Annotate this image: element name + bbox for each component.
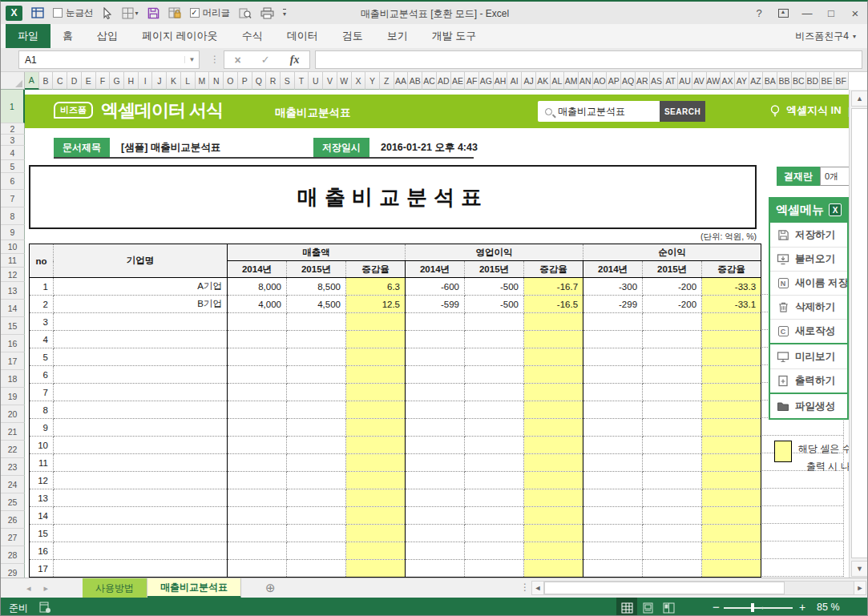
ribbon-tab-1[interactable]: 홈 — [50, 24, 85, 48]
zoom-slider-track[interactable] — [724, 607, 793, 609]
column-header-AB[interactable]: AB — [408, 72, 422, 90]
cell-value[interactable] — [406, 472, 465, 489]
cell-value[interactable] — [287, 313, 346, 331]
cell-value[interactable] — [702, 489, 761, 507]
column-header-AT[interactable]: AT — [664, 72, 678, 90]
name-box[interactable]: A1 ▼ — [18, 50, 200, 69]
cell-value[interactable] — [287, 525, 346, 542]
column-header-AK[interactable]: AK — [536, 72, 551, 90]
cell-value[interactable] — [406, 401, 465, 419]
cell-value[interactable] — [228, 401, 287, 419]
cell-value[interactable] — [643, 525, 702, 542]
column-header-AZ[interactable]: AZ — [749, 72, 764, 90]
print-preview-icon[interactable] — [239, 7, 252, 19]
row-header-14[interactable]: 14 — [1, 300, 25, 317]
cell-value[interactable] — [643, 348, 702, 366]
cell-value[interactable] — [524, 419, 583, 437]
cell-value[interactable] — [346, 348, 406, 366]
row-header-25[interactable]: 25 — [1, 493, 25, 511]
cell-value[interactable] — [583, 472, 643, 489]
scroll-right-arrow[interactable]: ► — [854, 581, 866, 595]
cell-value[interactable] — [228, 560, 287, 578]
cell-value[interactable] — [287, 472, 346, 489]
cell-value[interactable]: -33.3 — [702, 278, 761, 296]
column-header-L[interactable]: L — [181, 72, 196, 90]
row-header-1[interactable]: 1 — [1, 90, 25, 123]
column-header-AY[interactable]: AY — [735, 72, 749, 90]
cell-value[interactable] — [346, 384, 406, 401]
header-toggle[interactable]: ✓ 머리글 — [190, 7, 231, 19]
cell-value[interactable] — [346, 507, 406, 525]
scroll-left-arrow[interactable]: ◄ — [531, 581, 544, 595]
cell-value[interactable] — [465, 437, 524, 454]
row-header-23[interactable]: 23 — [1, 458, 25, 476]
cell-value[interactable] — [524, 313, 583, 331]
column-header-J[interactable]: J — [152, 72, 167, 90]
cell-value[interactable] — [702, 313, 761, 331]
column-header-C[interactable]: C — [53, 72, 67, 90]
row-header-16[interactable]: 16 — [1, 335, 25, 352]
cell-value[interactable]: -500 — [465, 296, 524, 313]
cell-value[interactable] — [702, 331, 761, 348]
cell-value[interactable] — [228, 348, 287, 366]
cell-value[interactable] — [287, 507, 346, 525]
cell-value[interactable]: -600 — [406, 278, 465, 296]
cell-value[interactable] — [465, 542, 524, 560]
sheet-tab-사용방법[interactable]: 사용방법 — [83, 578, 147, 598]
cell-value[interactable] — [465, 384, 524, 401]
cell-value[interactable] — [346, 366, 406, 384]
vertical-scrollbar-thumb[interactable] — [851, 108, 868, 558]
cell-value[interactable] — [643, 507, 702, 525]
cell-value[interactable] — [524, 507, 583, 525]
column-header-AR[interactable]: AR — [636, 72, 650, 90]
column-header-D[interactable]: D — [67, 72, 82, 90]
search-input[interactable]: 매출비교분석표 — [538, 101, 660, 122]
row-header-7[interactable]: 7 — [1, 190, 25, 207]
name-box-dropdown-arrow[interactable]: ▼ — [184, 56, 199, 63]
ribbon-tab-3[interactable]: 페이지 레이아웃 — [130, 24, 230, 48]
cell-value[interactable] — [524, 366, 583, 384]
cell-value[interactable] — [643, 454, 702, 472]
cell-value[interactable] — [702, 401, 761, 419]
cell-company[interactable]: A기업 — [54, 278, 228, 296]
cell-value[interactable] — [702, 542, 761, 560]
cell-value[interactable] — [702, 437, 761, 454]
cell-value[interactable] — [346, 489, 406, 507]
cell-value[interactable] — [406, 507, 465, 525]
cell-value[interactable] — [228, 472, 287, 489]
add-sheet-button[interactable]: ⊕ — [265, 581, 276, 595]
cell-value[interactable] — [406, 437, 465, 454]
cell-value[interactable] — [583, 437, 643, 454]
cell-value[interactable] — [524, 454, 583, 472]
cell-value[interactable] — [524, 542, 583, 560]
cell-value[interactable] — [406, 348, 465, 366]
cell-company[interactable] — [54, 348, 228, 366]
column-header-M[interactable]: M — [196, 72, 210, 90]
ribbon-tab-2[interactable]: 삽입 — [85, 24, 130, 48]
cell-value[interactable]: -599 — [406, 296, 465, 313]
row-header-4[interactable]: 4 — [1, 146, 25, 160]
cell-value[interactable] — [465, 313, 524, 331]
ribbon-display-button[interactable]: ▲ — [771, 2, 795, 24]
row-header-18[interactable]: 18 — [1, 370, 25, 388]
gridlines-checkbox[interactable] — [53, 8, 63, 18]
cell-value[interactable]: 12.5 — [346, 296, 406, 313]
column-header-AQ[interactable]: AQ — [621, 72, 636, 90]
cell-value[interactable]: -299 — [583, 296, 643, 313]
cell-no[interactable]: 15 — [30, 525, 54, 542]
column-header-AM[interactable]: AM — [564, 72, 579, 90]
help-button[interactable]: ? — [747, 2, 771, 24]
cell-value[interactable] — [583, 560, 643, 578]
column-header-AU[interactable]: AU — [678, 72, 692, 90]
cell-value[interactable] — [583, 454, 643, 472]
column-header-F[interactable]: F — [96, 72, 111, 90]
column-header-P[interactable]: P — [238, 72, 252, 90]
cell-value[interactable] — [406, 454, 465, 472]
ribbon-tab-8[interactable]: 개발 도구 — [420, 24, 489, 48]
cell-value[interactable] — [346, 437, 406, 454]
row-header-15[interactable]: 15 — [1, 317, 25, 335]
column-header-Y[interactable]: Y — [365, 72, 380, 90]
cell-value[interactable] — [406, 331, 465, 348]
cell-value[interactable] — [583, 507, 643, 525]
row-header-27[interactable]: 27 — [1, 529, 25, 546]
